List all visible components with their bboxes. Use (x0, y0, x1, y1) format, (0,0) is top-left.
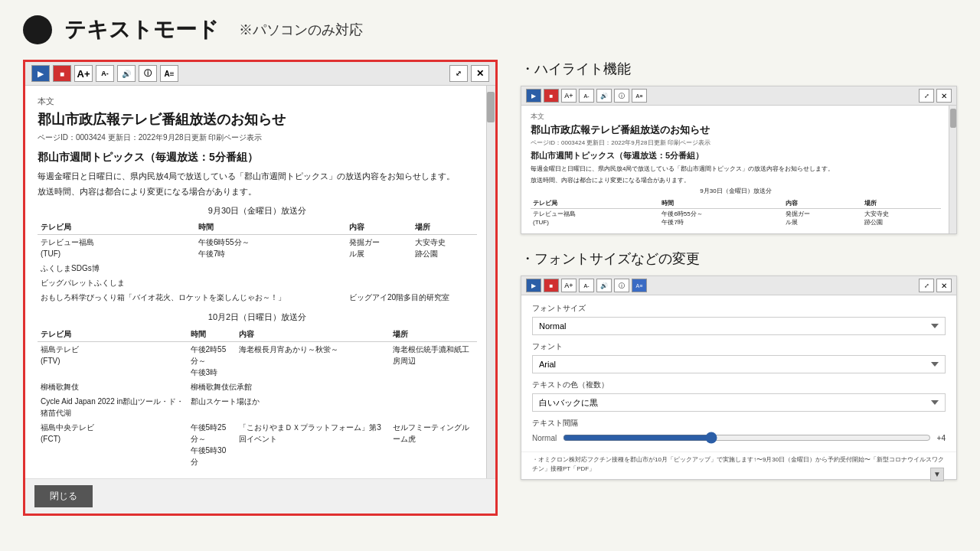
fs-font-plus-button[interactable]: A+ (561, 279, 577, 292)
hl-date1: 9月30日（金曜日）放送分 (531, 187, 941, 195)
window-close-button[interactable]: ✕ (471, 65, 489, 82)
station-cell: テレビュー福島(TUF) (38, 235, 195, 262)
font-settings-button[interactable]: A≡ (160, 65, 178, 82)
article-title: 郡山市政広報テレビ番組放送のお知らせ (38, 111, 477, 129)
station-cell: 福島テレビ(FTV) (38, 341, 188, 380)
hl-time-cell: 午後6時55分～午後7時 (659, 209, 782, 228)
fs-sound-button[interactable]: 🔊 (596, 279, 612, 292)
station-cell: ビッグパレットふくしま (38, 276, 346, 290)
font-select[interactable]: Arial Meiryo (532, 355, 946, 373)
hl-close-button[interactable]: ✕ (936, 89, 952, 103)
fs-stop-button[interactable]: ■ (544, 279, 559, 292)
station-cell: 福島中央テレビ(FCT) (38, 420, 188, 469)
color-label: テキストの色（複数） (532, 380, 946, 390)
font-label: フォント (532, 341, 946, 352)
fs-info-button[interactable]: ⓘ (614, 279, 629, 292)
col-place2: 場所 (390, 327, 477, 342)
font-size-label: フォントサイズ (532, 303, 946, 314)
col-content: 内容 (346, 220, 411, 235)
header-circle-icon (23, 15, 52, 44)
hl-col-time: 時間 (659, 198, 782, 209)
fs-font-settings-button[interactable]: A≡ (632, 279, 647, 292)
hl-intro1: 毎週金曜日と日曜日に、県内民放4局で放送している「郡山市週間トピックス」の放送内… (531, 165, 941, 173)
hl-col-station: テレビ局 (531, 198, 659, 209)
hl-article-title: 郡山市政広報テレビ番組放送のお知らせ (531, 123, 941, 137)
time-cell: 午後5時25分～午後5時30分 (188, 420, 237, 469)
spacing-label: テキスト間隔 (532, 418, 946, 429)
content-cell: ビッグアイ20階多目的研究室 (346, 290, 477, 305)
station-cell: ふくしまSDGs博 (38, 261, 477, 276)
page-header: テキストモード ※パソコンのみ対応 (23, 15, 957, 44)
content-label: 本文 (38, 95, 477, 108)
main-layout: ▶ ■ A+ A- 🔊 ⓘ A≡ ⤢ ✕ 本文 郡山市政広報テレビ番組放送のお知… (23, 60, 957, 516)
time-cell: 午後6時55分～午後7時 (195, 235, 346, 262)
main-scrollbar[interactable] (486, 86, 495, 478)
scrollbar-thumb[interactable] (487, 92, 495, 122)
col-time: 時間 (195, 220, 346, 235)
hl-font-plus-button[interactable]: A+ (561, 89, 577, 103)
hl-table-row: テレビュー福島(TUF) 午後6時55分～午後7時 発掘ガール展 大安寺史跡公園 (531, 209, 941, 228)
fs-expand-button[interactable]: ⤢ (919, 279, 934, 292)
table-row: 柳橋歌舞伎 柳橋歌舞伎伝承館 (38, 380, 477, 394)
hl-info-button[interactable]: ⓘ (614, 89, 629, 103)
hl-font-settings-button[interactable]: A≡ (632, 89, 647, 103)
fs-close-button[interactable]: ✕ (936, 279, 952, 292)
place-cell: セルフミーティングルーム虎 (390, 420, 477, 469)
sound-button[interactable]: 🔊 (117, 65, 136, 82)
station-cell: Cycle Aid Japan 2022 in郡山ツール・ド・猪苗代湖 (38, 394, 188, 420)
content-cell (346, 276, 477, 290)
font-toolbar: ▶ ■ A+ A- 🔊 ⓘ A≡ ⤢ ✕ (521, 276, 956, 295)
scroll-down-button[interactable]: ▼ (930, 468, 944, 481)
spacing-value: +4 (937, 434, 946, 442)
col-time2: 時間 (188, 327, 237, 342)
font-size-select[interactable]: Normal Large X-Large (532, 317, 946, 335)
info-button[interactable]: ⓘ (139, 65, 157, 82)
hl-col-place: 場所 (862, 198, 941, 209)
left-panel: ▶ ■ A+ A- 🔊 ⓘ A≡ ⤢ ✕ 本文 郡山市政広報テレビ番組放送のお知… (23, 60, 498, 516)
main-toolbar: ▶ ■ A+ A- 🔊 ⓘ A≡ ⤢ ✕ (25, 62, 495, 86)
close-button[interactable]: 閉じる (34, 485, 93, 507)
hl-expand-button[interactable]: ⤢ (919, 89, 934, 103)
hl-broadcast-table: テレビ局 時間 内容 場所 テレビュー福島(TUF) 午後6時55分～午後7時 … (531, 198, 941, 228)
broadcast-table-2: テレビ局 時間 内容 場所 福島テレビ(FTV) 午後2時55分～午後3時 海老… (38, 327, 477, 469)
table-row: おもしろ科学びっくり箱「バイオ花火、ロケットを楽しんじゃお～！」 ビッグアイ20… (38, 290, 477, 305)
spacing-slider-container: Normal +4 (532, 432, 946, 444)
hl-place-cell: 大安寺史跡公園 (862, 209, 941, 228)
spacing-slider-min-label: Normal (532, 434, 557, 442)
place-cell: 大安寺史跡公園 (412, 235, 478, 262)
broadcast-table-1: テレビ局 時間 内容 場所 テレビュー福島(TUF) 午後6時55分～午後7時 … (38, 220, 477, 305)
content-cell: 「こおりやまＤＸプラットフォーム」第3回イベント (236, 420, 390, 469)
col-place: 場所 (412, 220, 478, 235)
article-subtitle: 郡山市週間トピックス（毎週放送：5分番組） (38, 149, 477, 165)
stop-button[interactable]: ■ (53, 65, 71, 82)
hl-scrollbar[interactable] (949, 106, 956, 233)
hl-stop-button[interactable]: ■ (544, 89, 559, 103)
hl-play-button[interactable]: ▶ (526, 89, 541, 103)
hl-col-content: 内容 (783, 198, 862, 209)
fs-font-minus-button[interactable]: A- (579, 279, 594, 292)
table-row: ビッグパレットふくしま (38, 276, 477, 290)
col-station: テレビ局 (38, 220, 195, 235)
highlight-toolbar: ▶ ■ A+ A- 🔊 ⓘ A≡ ⤢ ✕ (521, 86, 956, 106)
text-mode-window: ▶ ■ A+ A- 🔊 ⓘ A≡ ⤢ ✕ 本文 郡山市政広報テレビ番組放送のお知… (23, 60, 498, 516)
hl-font-minus-button[interactable]: A- (579, 89, 594, 103)
hl-label: 本文 (531, 112, 941, 122)
page-title: テキストモード (64, 15, 219, 44)
play-button[interactable]: ▶ (31, 65, 50, 82)
expand-button[interactable]: ⤢ (449, 65, 468, 82)
col-content2: 内容 (236, 327, 390, 342)
hl-sound-button[interactable]: 🔊 (596, 89, 612, 103)
spacing-slider[interactable] (563, 432, 930, 444)
color-select[interactable]: 白いバックに黒 黒いバックに白 (532, 393, 946, 412)
hl-station-cell: テレビュー福島(TUF) (531, 209, 659, 228)
fs-play-button[interactable]: ▶ (526, 279, 541, 292)
font-plus-button[interactable]: A+ (74, 65, 93, 82)
table-row: ふくしまSDGs博 (38, 261, 477, 276)
hl-scrollbar-thumb[interactable] (950, 109, 956, 128)
table-row: テレビュー福島(TUF) 午後6時55分～午後7時 発掘ガール展 大安寺史跡公園 (38, 235, 477, 262)
font-minus-button[interactable]: A- (96, 65, 114, 82)
hl-article-meta: ページID：0003424 更新日：2022年9月28日更新 印刷ページ表示 (531, 139, 941, 147)
time-cell: 午後2時55分～午後3時 (188, 341, 237, 380)
font-window-bottom-text: ・オミクロン株対応フクチン接種を郡山市が10月「ピックアップ」で実施します↑〜9… (521, 452, 956, 478)
col-station2: テレビ局 (38, 327, 188, 342)
